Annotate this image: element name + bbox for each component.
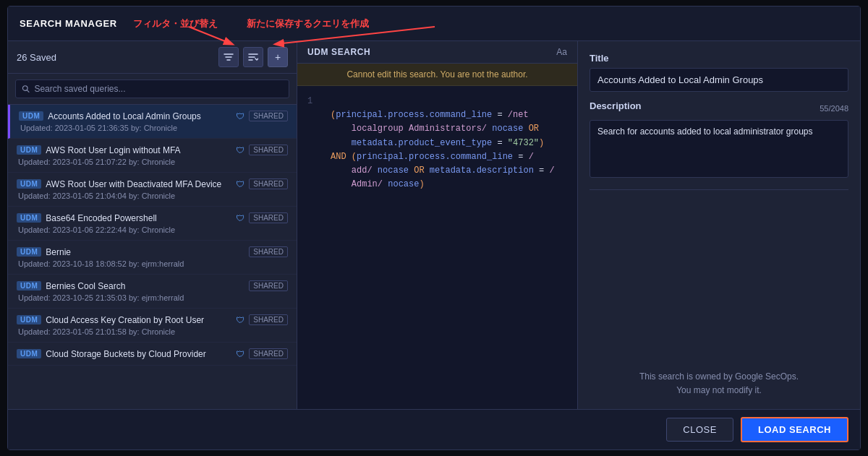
search-manager-modal: SEARCH MANAGER フィルタ・並び替え 新たに保存するクエリを作成 2… — [7, 6, 861, 450]
svg-line-2 — [189, 27, 232, 44]
annotation-arrows — [8, 7, 860, 449]
svg-line-3 — [276, 27, 435, 44]
